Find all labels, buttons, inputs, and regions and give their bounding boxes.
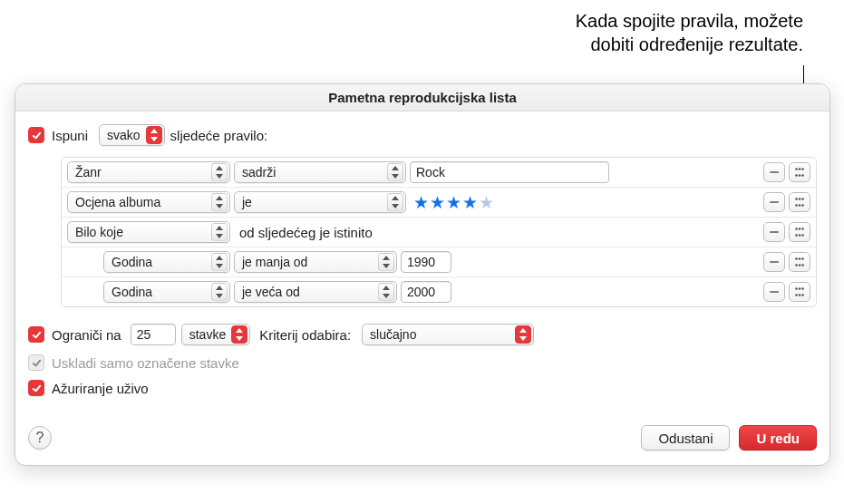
dialog-title: Pametna reprodukcijska lista [15,84,829,111]
stepper-icon [146,126,162,144]
rule-row: Godina je veća od 2000 [62,277,816,306]
rule-op-popup-value: je [242,192,252,212]
star-icon[interactable]: ★ [462,194,478,211]
help-button[interactable]: ? [28,426,52,450]
rule-field-popup[interactable]: Godina [103,251,230,273]
svg-point-12 [799,204,801,207]
star-icon[interactable]: ★ [446,194,461,211]
limit-unit-value: stavke [189,325,226,344]
star-icon[interactable]: ★ [479,194,494,211]
rule-field-popup-value: Godina [112,252,152,272]
rule-op-popup-value: je veća od [242,282,300,302]
rule-stars[interactable]: ★★★★★ [410,194,498,211]
add-rule-button[interactable] [789,222,810,242]
dialog-footer: ? Odustani U redu [15,411,829,465]
rule-field-popup[interactable]: Žanr [67,161,230,183]
star-icon[interactable]: ★ [430,194,445,211]
annotation: Kada spojite pravila, možete dobiti odre… [576,9,803,56]
rule-op-popup[interactable]: je [234,191,406,213]
limit-value-field[interactable]: 25 [131,324,176,345]
limit-criteria-popup[interactable]: slučajno [362,324,534,345]
rule-field-popup-value: Žanr [75,162,102,182]
cancel-button[interactable]: Odustani [641,425,730,451]
rule-value-field[interactable]: Rock [410,161,609,183]
add-rule-button[interactable] [789,282,810,302]
svg-point-1 [795,168,798,170]
svg-point-33 [799,294,801,296]
stepper-icon [231,325,247,344]
rule-value-field[interactable]: 1990 [401,251,451,273]
remove-rule-button[interactable] [763,222,785,242]
stepper-icon [211,253,228,271]
remove-rule-button[interactable] [763,282,785,302]
rule-op-popup[interactable]: je veća od [234,281,397,303]
svg-rect-0 [770,171,779,173]
remove-rule-button[interactable] [763,252,785,272]
rule-row: Bilo koje od sljedećeg je istinito [62,218,816,247]
svg-point-25 [795,264,798,267]
rule-value-field[interactable]: 2000 [401,281,451,303]
svg-point-3 [801,168,804,170]
svg-point-19 [799,234,801,237]
match-condition-popup[interactable]: svako [99,124,165,146]
svg-point-5 [799,174,801,177]
svg-point-31 [801,287,804,290]
svg-point-17 [801,228,804,230]
rule-field-popup-value: Godina [112,282,152,302]
rule-op-popup[interactable]: je manja od [234,251,397,273]
rule-field-popup[interactable]: Bilo koje [67,221,230,243]
stepper-icon [387,163,403,181]
svg-rect-28 [770,291,779,293]
rule-field-popup[interactable]: Godina [103,281,230,303]
svg-point-30 [799,287,801,290]
limit-checkbox[interactable] [28,326,44,343]
limit-criteria-label: Kriterij odabira: [259,327,351,343]
svg-point-15 [795,228,798,230]
stepper-icon [378,253,394,271]
svg-point-34 [801,294,804,296]
stepper-icon [387,193,403,211]
rule-field-popup[interactable]: Ocjena albuma [67,191,230,213]
svg-point-13 [801,204,804,207]
limit-criteria-value: slučajno [370,325,416,344]
svg-point-18 [795,234,798,237]
stepper-icon [515,325,531,344]
match-row: Ispuni svako sljedeće pravilo: [28,124,817,146]
add-rule-button[interactable] [789,252,810,272]
svg-point-23 [799,257,801,260]
svg-point-22 [795,257,798,260]
rule-op-popup[interactable]: sadrži [234,161,406,183]
svg-point-32 [795,294,798,296]
annotation-line-2: dobiti određenije rezultate. [576,33,803,56]
limit-unit-popup[interactable]: stavke [181,324,250,345]
match-suffix-label: sljedeće pravilo: [170,128,268,143]
rule-row: Ocjena albuma je ★★★★★ [62,188,816,218]
match-checkbox[interactable] [28,127,44,143]
limit-row: Ograniči na 25 stavke Kriterij odabira: … [28,324,817,345]
svg-point-16 [799,228,801,230]
rule-field-popup-value: Ocjena albuma [75,192,160,212]
star-icon[interactable]: ★ [413,194,429,211]
svg-point-8 [795,198,798,200]
svg-point-24 [801,257,804,260]
svg-point-26 [799,264,801,267]
add-rule-button[interactable] [789,162,810,182]
stepper-icon [378,283,394,301]
remove-rule-button[interactable] [763,192,785,212]
stepper-icon [211,283,228,301]
add-rule-button[interactable] [789,192,810,212]
sync-row: Uskladi samo označene stavke [28,354,817,371]
stepper-icon [211,193,228,211]
svg-point-20 [801,234,804,237]
ok-button[interactable]: U redu [739,425,817,451]
svg-point-27 [801,264,804,267]
live-label: Ažuriranje uživo [52,381,149,396]
stepper-icon [211,163,228,181]
remove-rule-button[interactable] [763,162,785,182]
rule-field-popup-value: Bilo koje [75,222,123,242]
live-checkbox[interactable] [28,380,44,396]
match-condition-value: svako [107,125,141,145]
rule-op-popup-value: sadrži [242,162,276,182]
svg-rect-14 [770,231,779,233]
svg-point-6 [801,174,804,177]
